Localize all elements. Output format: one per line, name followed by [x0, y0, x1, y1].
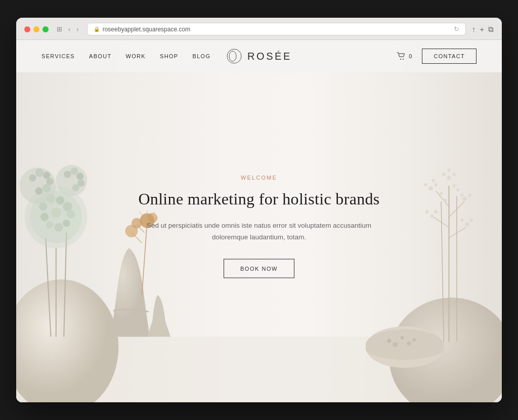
svg-point-3 — [403, 59, 404, 60]
grid-icon[interactable]: ⊞ — [55, 24, 64, 34]
site-logo[interactable]: ROSÉE — [226, 48, 292, 64]
url-text: roseebyapplet.squarespace.com — [103, 26, 190, 33]
navigation: SERVICES ABOUT WORK SHOP BLOG ROSÉE — [16, 40, 502, 72]
cart-button[interactable]: 0 — [397, 52, 412, 60]
nav-work[interactable]: WORK — [126, 53, 146, 59]
maximize-button[interactable] — [42, 26, 49, 32]
book-now-button[interactable]: BOOK NOW — [224, 259, 294, 278]
share-icon[interactable]: ↑ — [472, 25, 476, 34]
welcome-label: WELCOME — [138, 175, 380, 181]
hero-subtext: Sed ut perspiciatis unde omnis iste natu… — [138, 220, 380, 243]
cart-icon — [397, 52, 406, 60]
browser-actions: ↑ + ⧉ — [472, 25, 494, 34]
contact-button[interactable]: CONTACT — [422, 49, 477, 64]
traffic-lights — [24, 26, 49, 32]
lock-icon: 🔒 — [94, 26, 100, 32]
reload-icon[interactable]: ↻ — [454, 25, 459, 33]
svg-point-1 — [229, 51, 236, 61]
nav-shop[interactable]: SHOP — [160, 53, 178, 59]
address-bar[interactable]: 🔒 roseebyapplet.squarespace.com ↻ — [87, 23, 466, 35]
close-button[interactable] — [24, 26, 30, 32]
logo-icon — [226, 48, 242, 64]
back-button[interactable]: ‹ — [66, 24, 72, 34]
cart-count: 0 — [409, 53, 412, 59]
svg-point-2 — [400, 59, 401, 60]
nav-services[interactable]: SERVICES — [41, 53, 75, 59]
logo-text: ROSÉE — [247, 51, 292, 62]
nav-about[interactable]: ABOUT — [89, 53, 112, 59]
website-content: SERVICES ABOUT WORK SHOP BLOG ROSÉE — [16, 40, 502, 402]
browser-chrome: ⊞ ‹ › 🔒 roseebyapplet.squarespace.com ↻ … — [16, 18, 502, 40]
nav-blog[interactable]: BLOG — [192, 53, 210, 59]
browser-controls: ⊞ ‹ › — [55, 24, 81, 34]
browser-window: ⊞ ‹ › 🔒 roseebyapplet.squarespace.com ↻ … — [16, 18, 502, 402]
hero-content: WELCOME Online marketing for holistic br… — [138, 175, 380, 278]
minimize-button[interactable] — [33, 26, 39, 32]
new-tab-icon[interactable]: + — [480, 25, 484, 34]
duplicate-icon[interactable]: ⧉ — [488, 25, 494, 34]
hero-heading: Online marketing for holistic brands — [138, 189, 380, 210]
forward-button[interactable]: › — [74, 24, 80, 34]
hero-section: WELCOME Online marketing for holistic br… — [16, 40, 502, 402]
